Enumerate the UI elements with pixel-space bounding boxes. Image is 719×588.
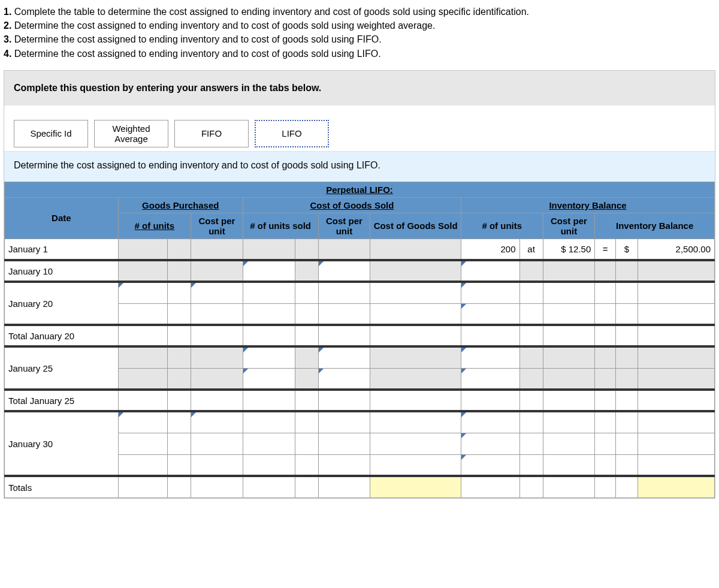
- instructions: 1. Complete the table to determine the c…: [0, 0, 719, 70]
- input-cell[interactable]: [461, 282, 520, 303]
- instruction-3: 3. Determine the cost assigned to ending…: [4, 32, 715, 46]
- lifo-table: Perpetual LIFO: Date Goods Purchased Cos…: [4, 182, 715, 498]
- totals-inventory-balance[interactable]: [638, 476, 714, 497]
- cell: [543, 390, 595, 411]
- row-jan-10: January 10: [5, 260, 715, 282]
- cell: [191, 346, 243, 368]
- cell: [191, 303, 243, 325]
- cell: [318, 454, 370, 476]
- input-cell[interactable]: [243, 346, 295, 368]
- row-label-total-jan-25: Total January 25: [5, 390, 119, 411]
- col-ib-amt: Inventory Balance: [595, 213, 715, 239]
- input-cell[interactable]: [318, 368, 370, 390]
- cell: [638, 260, 714, 282]
- cell: [615, 433, 638, 454]
- row-total-jan-25: Total January 25: [5, 390, 715, 411]
- col-cogs-amt: Cost of Goods Sold: [370, 213, 461, 239]
- cell: [519, 303, 543, 325]
- cell: [519, 454, 543, 476]
- cell: [318, 433, 370, 454]
- cell: [295, 260, 318, 282]
- cell: [461, 476, 520, 497]
- cell: [595, 260, 616, 282]
- jan1-balance[interactable]: 2,500.00: [638, 239, 714, 260]
- input-cell[interactable]: [318, 260, 370, 282]
- cell: [543, 260, 595, 282]
- cell: [118, 325, 167, 346]
- cell: [191, 433, 243, 454]
- tab-specific-id[interactable]: Specific Id: [14, 120, 88, 147]
- cell: [595, 454, 616, 476]
- cell: [191, 454, 243, 476]
- cell: [461, 325, 520, 346]
- cell: [295, 433, 318, 454]
- cell: [615, 260, 638, 282]
- row-jan-25-a: January 25: [5, 346, 715, 368]
- cell: [638, 411, 714, 433]
- cell: [118, 368, 167, 390]
- jan1-cpu[interactable]: $ 12.50: [543, 239, 595, 260]
- input-cell[interactable]: [118, 411, 167, 433]
- cell: [543, 368, 595, 390]
- cell: [543, 346, 595, 368]
- input-cell[interactable]: [243, 368, 295, 390]
- tab-fifo[interactable]: FIFO: [174, 120, 249, 147]
- row-label-total-jan-20: Total January 20: [5, 325, 119, 346]
- cell: [295, 411, 318, 433]
- jan1-units[interactable]: 200: [461, 239, 520, 260]
- cell: [168, 390, 191, 411]
- cell: [638, 346, 714, 368]
- tab-lifo[interactable]: LIFO: [255, 120, 329, 147]
- input-cell[interactable]: [461, 303, 520, 325]
- input-cell[interactable]: [191, 411, 243, 433]
- row-label-jan-10: January 10: [5, 260, 119, 282]
- input-cell[interactable]: [118, 282, 167, 303]
- row-jan-30-a: January 30: [5, 411, 715, 433]
- input-cell[interactable]: [461, 346, 520, 368]
- group-header-row: Date Goods Purchased Cost of Goods Sold …: [5, 197, 715, 213]
- cell: [370, 454, 461, 476]
- cell: [370, 325, 461, 346]
- totals-cogs[interactable]: [370, 476, 461, 497]
- cell: [638, 390, 714, 411]
- cell: [595, 433, 616, 454]
- cell: [595, 346, 616, 368]
- cell: [168, 454, 191, 476]
- cell: [243, 325, 295, 346]
- col-ib-units: # of units: [461, 213, 543, 239]
- cell: [295, 368, 318, 390]
- input-cell[interactable]: [461, 260, 520, 282]
- cell: [638, 368, 714, 390]
- cell: [191, 239, 243, 260]
- row-totals: Totals: [5, 476, 715, 497]
- input-cell[interactable]: [243, 260, 295, 282]
- cell: [370, 282, 461, 303]
- cell: [615, 476, 638, 497]
- input-cell[interactable]: [461, 433, 520, 454]
- input-cell[interactable]: [318, 346, 370, 368]
- tab-weighted-average[interactable]: Weighted Average: [94, 120, 168, 147]
- cell: [519, 282, 543, 303]
- input-cell[interactable]: [191, 282, 243, 303]
- cell: [370, 368, 461, 390]
- cell: [519, 411, 543, 433]
- panel-instruction: Complete this question by entering your …: [4, 71, 715, 105]
- cell: [318, 476, 370, 497]
- cell: [243, 411, 295, 433]
- cell: [615, 454, 638, 476]
- cell: [243, 239, 295, 260]
- row-label-jan-30: January 30: [5, 411, 119, 476]
- cell: [168, 346, 191, 368]
- col-cogs-units: # of units sold: [243, 213, 318, 239]
- cell: [595, 390, 616, 411]
- cell: [243, 390, 295, 411]
- input-cell[interactable]: [461, 454, 520, 476]
- cell: [615, 282, 638, 303]
- col-ib-cpu: Cost per unit: [543, 213, 595, 239]
- cell: [295, 346, 318, 368]
- input-cell[interactable]: [461, 411, 520, 433]
- cell: [615, 346, 638, 368]
- table-title: Perpetual LIFO:: [5, 182, 715, 197]
- input-cell[interactable]: [461, 368, 520, 390]
- cell: [318, 303, 370, 325]
